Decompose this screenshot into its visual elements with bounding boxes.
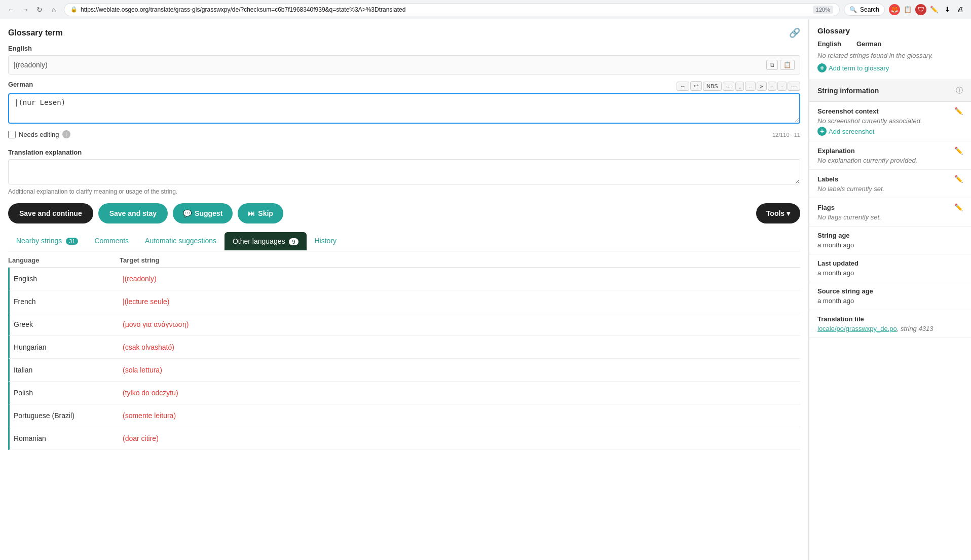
action-row: Save and continue Save and stay 💬 Sugges… bbox=[8, 203, 800, 223]
flags-field-label: Flags bbox=[817, 204, 835, 211]
extension-icon-5[interactable]: ⬇ bbox=[942, 4, 953, 15]
target-string: (somente leitura) bbox=[123, 412, 800, 420]
clipboard-button[interactable]: 📋 bbox=[780, 60, 795, 70]
search-icon: 🔍 bbox=[849, 6, 857, 13]
explanation-field-label: Explanation bbox=[817, 147, 855, 155]
add-term-link[interactable]: + Add term to glossary bbox=[817, 63, 963, 72]
german-translation-input[interactable]: |(nur Lesen) bbox=[8, 93, 800, 124]
tabs-bar: Nearby strings 31 Comments Automatic sug… bbox=[8, 232, 800, 251]
table-row: French |(lecture seule) bbox=[8, 290, 800, 313]
string-age-header: String age bbox=[817, 232, 963, 239]
skip-icon: ⏭ bbox=[248, 209, 255, 217]
glossary-cols: English German bbox=[817, 40, 963, 48]
table-header: Language Target string bbox=[8, 251, 800, 268]
language-name: Italian bbox=[14, 366, 123, 374]
language-name: Portuguese (Brazil) bbox=[14, 412, 123, 420]
char-count: 12/110 · 11 bbox=[772, 132, 800, 138]
table-row: Polish (tylko do odczytu) bbox=[8, 382, 800, 404]
toolbar-btn-quote1[interactable]: „ bbox=[735, 82, 744, 91]
extension-icon-1[interactable]: 🦊 bbox=[889, 4, 900, 15]
source-age-label: Source string age bbox=[817, 287, 873, 295]
explanation-label: Translation explanation bbox=[8, 148, 800, 156]
tab-comments[interactable]: Comments bbox=[86, 232, 137, 251]
needs-editing-checkbox[interactable] bbox=[8, 131, 16, 138]
screenshot-edit-icon[interactable]: ✏️ bbox=[954, 107, 963, 115]
source-string-age-row: Source string age a month ago bbox=[809, 282, 971, 310]
url-bar[interactable]: 🔒 https://weblate.osgeo.org/translate/gr… bbox=[64, 3, 840, 16]
explanation-edit-icon[interactable]: ✏️ bbox=[954, 146, 963, 155]
tools-label: Tools bbox=[766, 209, 785, 217]
last-updated-header: Last updated bbox=[817, 259, 963, 267]
refresh-button[interactable]: ↻ bbox=[33, 4, 46, 16]
needs-editing-info-icon[interactable]: i bbox=[62, 130, 70, 138]
forward-button[interactable]: → bbox=[19, 4, 31, 16]
suggest-button[interactable]: 💬 Suggest bbox=[173, 203, 233, 223]
left-panel: Glossary term 🔗 English |(readonly) ⧉ 📋 … bbox=[0, 19, 809, 560]
tools-dropdown-icon: ▾ bbox=[787, 209, 790, 217]
toolbar-btn-swap[interactable]: ↔ bbox=[677, 82, 689, 91]
table-row: Romanian (doar citire) bbox=[8, 427, 800, 450]
add-screenshot-link[interactable]: + Add screenshot bbox=[817, 127, 963, 136]
col-target-header: Target string bbox=[120, 256, 800, 264]
glossary-english-col: English bbox=[817, 40, 841, 48]
source-age-value: a month ago bbox=[817, 297, 963, 305]
extension-icon-2[interactable]: 📋 bbox=[902, 4, 913, 15]
screenshot-value: No screenshot currently associated. bbox=[817, 117, 963, 125]
tab-automatic-suggestions[interactable]: Automatic suggestions bbox=[137, 232, 225, 251]
target-string: |(readonly) bbox=[123, 275, 800, 283]
tab-other-label: Other languages bbox=[233, 237, 285, 245]
source-age-header: Source string age bbox=[817, 287, 963, 295]
add-screenshot-label: Add screenshot bbox=[829, 128, 874, 135]
needs-editing-row: Needs editing i bbox=[8, 130, 70, 138]
add-term-icon: + bbox=[817, 63, 827, 72]
tab-history[interactable]: History bbox=[307, 232, 345, 251]
back-button[interactable]: ← bbox=[5, 4, 17, 16]
search-label: Search bbox=[860, 6, 879, 13]
string-info-icon[interactable]: ⓘ bbox=[956, 86, 963, 95]
language-name: French bbox=[14, 297, 123, 306]
extension-icon-3[interactable]: 🛡 bbox=[915, 4, 926, 15]
toolbar-btn-dash1[interactable]: - bbox=[768, 82, 777, 91]
toolbar-btn-guillemet[interactable]: » bbox=[757, 82, 767, 91]
save-stay-button[interactable]: Save and stay bbox=[98, 203, 168, 223]
toolbar-btn-dots[interactable]: ... bbox=[723, 82, 734, 91]
tab-other-languages[interactable]: Other languages 9 bbox=[225, 232, 307, 250]
toolbar-btn-dash2[interactable]: - bbox=[777, 82, 787, 91]
browser-toolbar-icons: 🦊 📋 🛡 ✏️ ⬇ 🖨 bbox=[889, 4, 966, 15]
browser-search[interactable]: 🔍 Search bbox=[844, 4, 885, 16]
browser-nav-buttons: ← → ↻ ⌂ bbox=[5, 4, 60, 16]
last-updated-label: Last updated bbox=[817, 259, 858, 267]
explanation-textarea[interactable] bbox=[8, 159, 800, 184]
toolbar-btn-quote2[interactable]: .. bbox=[745, 82, 755, 91]
toolbar-btn-nbs[interactable]: NBS bbox=[703, 82, 722, 91]
col-language-header: Language bbox=[8, 256, 120, 264]
needs-editing-label: Needs editing bbox=[19, 131, 59, 138]
translation-file-link[interactable]: locale/po/grasswxpy_de.po bbox=[817, 325, 897, 332]
toolbar-btn-return[interactable]: ↩ bbox=[690, 81, 702, 91]
copy-button[interactable]: ⧉ bbox=[766, 60, 778, 70]
language-name: Hungarian bbox=[14, 343, 123, 351]
language-name: Polish bbox=[14, 389, 123, 397]
skip-button[interactable]: ⏭ Skip bbox=[238, 203, 283, 223]
home-button[interactable]: ⌂ bbox=[48, 4, 60, 16]
target-string: (csak olvasható) bbox=[123, 343, 800, 351]
tab-nearby-strings[interactable]: Nearby strings 31 bbox=[8, 232, 86, 251]
last-updated-row: Last updated a month ago bbox=[809, 254, 971, 282]
explanation-header: Explanation ✏️ bbox=[817, 146, 963, 155]
screenshot-context-row: Screenshot context ✏️ No screenshot curr… bbox=[809, 102, 971, 141]
english-value: |(readonly) bbox=[14, 61, 48, 69]
glossary-section: Glossary English German No related strin… bbox=[809, 19, 971, 80]
translation-file-value: locale/po/grasswxpy_de.po, string 4313 bbox=[817, 325, 963, 332]
translation-file-header: Translation file bbox=[817, 315, 963, 323]
labels-field-label: Labels bbox=[817, 175, 838, 183]
translation-file-label: Translation file bbox=[817, 315, 864, 323]
toolbar-btn-emdash[interactable]: — bbox=[788, 82, 800, 91]
flags-edit-icon[interactable]: ✏️ bbox=[954, 203, 963, 211]
save-continue-button[interactable]: Save and continue bbox=[8, 203, 93, 223]
tools-button[interactable]: Tools ▾ bbox=[756, 203, 800, 223]
zoom-level: 120% bbox=[813, 6, 833, 14]
labels-edit-icon[interactable]: ✏️ bbox=[954, 175, 963, 183]
extension-icon-6[interactable]: 🖨 bbox=[955, 4, 966, 15]
link-icon[interactable]: 🔗 bbox=[789, 27, 800, 39]
extension-icon-4[interactable]: ✏️ bbox=[928, 4, 940, 15]
